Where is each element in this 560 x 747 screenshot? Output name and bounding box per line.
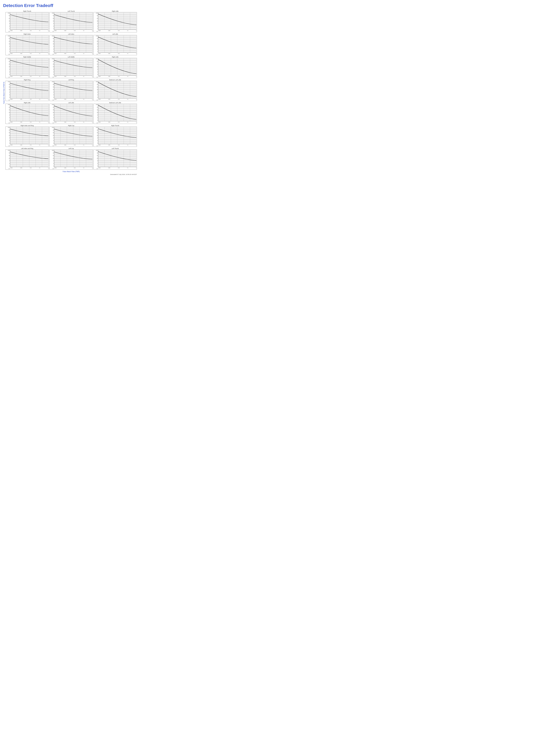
- x-tick-label: 0.0001: [98, 99, 101, 100]
- y-tick-label: 5: [50, 46, 54, 47]
- x-tick-label: 0.001: [64, 168, 66, 169]
- y-tick-label: 1000: [50, 58, 54, 59]
- x-axis-title: False Match Rate (FMR): [5, 171, 137, 173]
- y-tick-label: 20: [94, 109, 98, 110]
- x-tick-label: 0.0001: [10, 122, 12, 123]
- chart-title-20: Left Thumb: [94, 148, 137, 149]
- y-tick-label: 0.5: [50, 54, 54, 55]
- x-tick-label: 0.01: [74, 145, 76, 146]
- y-tick-label: 1000: [6, 35, 10, 36]
- x-tick-label: 0.001: [20, 53, 22, 54]
- x-tick-label: 0.1: [83, 122, 84, 123]
- y-tick-label: 50: [94, 38, 98, 39]
- y-tick-label: 10: [6, 44, 10, 44]
- y-tick-label: 10: [50, 66, 54, 67]
- y-tick-label: 20: [6, 18, 10, 19]
- y-tick-label: 50: [94, 61, 98, 62]
- x-tick-label: 1: [48, 122, 48, 123]
- y-tick-label: 1: [94, 143, 98, 144]
- y-tick-label: 0.5: [94, 31, 98, 32]
- x-tick-label: 0.1: [83, 30, 84, 31]
- x-tick-label: 1: [136, 168, 136, 169]
- y-tick-label: 2: [6, 163, 10, 164]
- y-tick-label: 1: [6, 143, 10, 144]
- y-tick-label: 50: [94, 153, 98, 153]
- y-tick-label: 20: [6, 63, 10, 65]
- y-tick-label: 10: [50, 89, 54, 90]
- x-tick-label: 0.1: [83, 76, 84, 77]
- y-tick-label: 5: [50, 92, 54, 93]
- x-tick-label: 0.1: [127, 168, 129, 169]
- y-tick-label: 2: [50, 140, 54, 141]
- y-tick-label: 20: [6, 132, 10, 133]
- y-tick-label: 20: [94, 132, 98, 133]
- chart-title-12: Right Little: [5, 102, 49, 103]
- x-tick-label: 0.01: [118, 99, 119, 100]
- x-tick-label: 0.01: [118, 76, 119, 77]
- x-tick-label: 0.0001: [54, 122, 57, 123]
- y-tick-label: 2: [6, 140, 10, 141]
- y-tick-label: 20: [50, 41, 54, 42]
- x-tick-label: 0.0001: [98, 145, 101, 146]
- y-tick-label: 5: [6, 46, 10, 47]
- y-tick-label: 2: [50, 72, 54, 72]
- x-tick-label: 0.001: [108, 30, 110, 31]
- y-tick-label: 0.5: [94, 77, 98, 78]
- y-tick-label: 5: [6, 160, 10, 161]
- y-tick-label: 5: [50, 114, 54, 115]
- y-tick-label: 2: [50, 49, 54, 50]
- x-tick-label: 1: [92, 145, 92, 146]
- y-tick-label: 50: [6, 38, 10, 39]
- y-tick-label: 1000: [94, 150, 98, 151]
- y-tick-label: 2: [50, 163, 54, 164]
- chart-title-18: Left Index and Ring: [5, 148, 49, 149]
- y-tick-label: 20: [6, 86, 10, 87]
- x-tick-label: 0.01: [30, 122, 32, 123]
- y-tick-label: 0.5: [6, 77, 10, 78]
- chart-17: Right Thumb10005020105210.50.00010.0010.…: [94, 125, 137, 147]
- x-tick-label: 0.1: [127, 30, 129, 31]
- y-tick-label: 2: [94, 163, 98, 164]
- y-tick-label: 10: [94, 21, 98, 22]
- y-tick-label: 50: [50, 107, 54, 108]
- y-tick-label: 10: [6, 89, 10, 90]
- y-tick-label: 1000: [6, 12, 10, 14]
- x-tick-label: 1: [136, 122, 136, 123]
- x-tick-label: 0.1: [127, 76, 129, 77]
- y-tick-label: 5: [94, 92, 98, 93]
- chart-title-10: Left Ring: [50, 79, 93, 81]
- y-tick-label: 50: [50, 84, 54, 85]
- y-tick-label: 1000: [94, 58, 98, 59]
- x-tick-label: 0.01: [74, 168, 76, 169]
- x-tick-label: 0.001: [64, 30, 66, 31]
- y-tick-label: 50: [50, 38, 54, 39]
- y-tick-label: 0.5: [6, 31, 10, 32]
- x-tick-label: 0.0001: [54, 30, 57, 31]
- chart-title-17: Right Thumb: [94, 125, 137, 126]
- chart-5: Left Little10005020105210.50.00010.0010.…: [94, 33, 137, 56]
- chart-title-14: Bedroom Left Little: [94, 102, 137, 103]
- y-tick-label: 50: [6, 15, 10, 16]
- x-tick-label: 0.001: [64, 53, 66, 54]
- chart-15: Right Index and Ring10005020105210.50.00…: [5, 125, 49, 147]
- y-tick-label: 1: [94, 120, 98, 121]
- y-tick-label: 50: [94, 130, 98, 131]
- y-tick-label: 0.5: [94, 168, 98, 169]
- y-tick-label: 1000: [94, 104, 98, 105]
- x-tick-label: 0.001: [108, 122, 110, 123]
- y-axis-title: False Non-Match Rate (FNM R): [3, 80, 5, 105]
- y-tick-label: 0.5: [6, 145, 10, 146]
- x-tick-label: 1: [48, 53, 48, 54]
- y-tick-label: 50: [50, 15, 54, 16]
- y-tick-label: 0.5: [94, 100, 98, 101]
- y-tick-label: 10: [94, 66, 98, 67]
- chart-title-9: Right Ring: [5, 79, 49, 81]
- x-tick-label: 0.1: [83, 145, 84, 146]
- y-tick-label: 0.5: [6, 100, 10, 101]
- y-tick-label: 2: [6, 94, 10, 95]
- x-tick-label: 0.001: [20, 145, 22, 146]
- chart-title-1: Left Thumb: [50, 10, 93, 12]
- y-tick-label: 20: [50, 132, 54, 133]
- y-tick-label: 1000: [50, 150, 54, 151]
- y-tick-label: 1: [6, 120, 10, 121]
